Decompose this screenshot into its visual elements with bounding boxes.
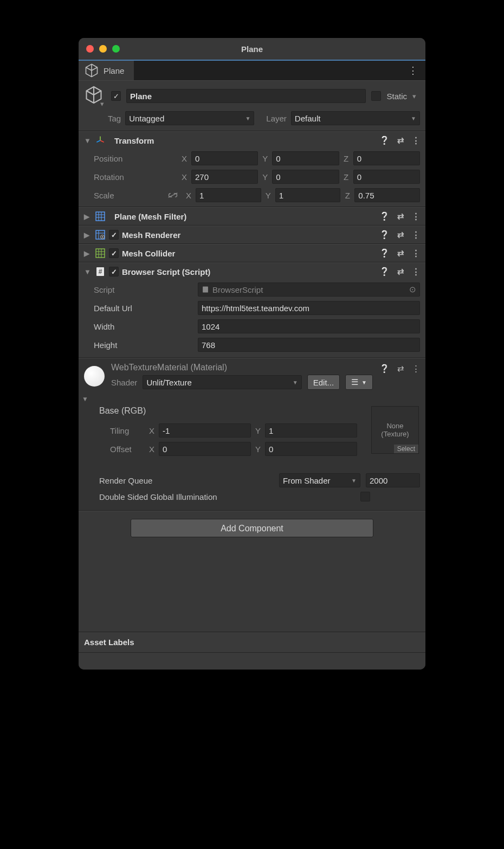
transform-component: ▼ Transform ❔ ⇄ ⋮ Position X Y Z Rotatio… [79,131,425,207]
material-preview[interactable] [84,366,105,387]
preset-icon[interactable]: ⇄ [397,230,404,240]
tab-inspector[interactable]: Plane [79,61,134,80]
tag-value: Untagged [129,114,164,123]
titlebar: Plane [79,38,425,60]
foldout-toggle[interactable]: ▶ [84,231,92,239]
static-label: Static [386,92,407,101]
tiling-label: Tiling [110,426,143,435]
renderqueue-dropdown[interactable]: From Shader▼ [279,473,360,487]
scale-x-input[interactable] [196,188,261,202]
preset-icon[interactable]: ⇄ [397,248,404,258]
script-field[interactable]: BrowserScript ⊙ [198,282,420,297]
rotation-x-input[interactable] [191,170,258,184]
foldout-toggle[interactable]: ▶ [84,249,92,258]
texture-slot[interactable]: None (Texture) Select [371,406,419,454]
menu-icon[interactable]: ⋮ [412,136,420,145]
shader-label: Shader [111,378,137,387]
shader-dropdown[interactable]: Unlit/Texture▼ [143,375,301,389]
menu-icon[interactable]: ⋮ [412,248,420,258]
component-title: Mesh Collider [122,249,175,258]
menu-icon[interactable]: ⋮ [412,230,420,240]
tab-menu-button[interactable]: ⋮ [400,65,425,76]
add-component-button[interactable]: Add Component [131,519,373,537]
foldout-toggle[interactable]: ▼ [84,268,92,276]
material-section: WebTextureMaterial (Material) Shader Unl… [79,358,425,511]
object-picker-icon[interactable]: ⊙ [409,285,416,294]
position-z-input[interactable] [353,151,420,165]
preset-icon[interactable]: ⇄ [397,267,404,276]
height-label: Height [84,340,192,350]
cube-icon [84,63,99,78]
browserscript-component: ▼ # Browser Script (Script) ❔ ⇄ ⋮ Script… [79,262,425,358]
position-x-input[interactable] [191,151,258,165]
tab-label: Plane [104,66,124,75]
component-title: Mesh Renderer [122,230,180,240]
svg-rect-9 [96,230,105,239]
enabled-checkbox[interactable] [109,230,119,240]
material-foldout[interactable]: ▼ [82,395,89,403]
active-checkbox[interactable] [111,91,121,101]
window-title: Plane [79,44,425,54]
shader-value: Unlit/Texture [146,378,191,387]
preset-icon[interactable]: ⇄ [397,211,404,221]
tag-label: Tag [108,114,121,123]
foldout-toggle[interactable]: ▶ [84,213,92,221]
gameobject-icon[interactable]: ▾ [84,85,106,107]
gameobject-name-input[interactable] [126,89,366,103]
component-title: Browser Script (Script) [122,267,210,276]
help-icon[interactable]: ❔ [379,136,390,145]
menu-icon[interactable]: ⋮ [412,211,420,221]
foldout-toggle[interactable]: ▼ [84,137,92,145]
tag-dropdown[interactable]: Untagged▼ [125,111,254,125]
rotation-z-input[interactable] [353,170,420,184]
position-y-input[interactable] [272,151,339,165]
texture-none-label: None [372,422,418,430]
offset-x-input[interactable] [159,442,251,456]
tab-bar: Plane ⋮ [79,60,425,80]
menu-icon[interactable]: ⋮ [412,267,420,276]
enabled-checkbox[interactable] [109,248,119,258]
asset-labels-section[interactable]: Asset Labels [79,632,425,652]
position-label: Position [84,154,176,163]
component-title: Plane (Mesh Filter) [114,212,186,221]
meshcollider-icon [95,248,106,259]
width-input[interactable] [198,319,420,333]
component-title: Transform [114,136,154,145]
tiling-y-input[interactable] [265,423,357,438]
scale-y-input[interactable] [275,188,341,202]
preset-icon[interactable]: ⇄ [397,364,404,374]
offset-y-input[interactable] [265,442,357,456]
svg-line-2 [96,140,100,142]
layer-dropdown[interactable]: Default▼ [291,111,420,125]
enabled-checkbox[interactable] [109,267,119,276]
scale-z-input[interactable] [354,188,420,202]
static-dropdown-arrow[interactable]: ▾ [412,92,420,100]
texture-select-button[interactable]: Select [394,445,418,453]
constrain-scale-icon[interactable] [167,191,180,199]
help-icon[interactable]: ❔ [379,248,390,258]
layer-label: Layer [266,114,287,123]
rotation-label: Rotation [84,172,176,182]
help-icon[interactable]: ❔ [379,211,390,221]
url-input[interactable] [198,301,420,315]
help-icon[interactable]: ❔ [379,267,390,276]
dsgi-checkbox[interactable] [360,492,370,501]
script-value: BrowserScript [212,285,263,294]
transform-icon [95,135,106,146]
renderqueue-input[interactable] [366,473,420,487]
base-label: Base (RGB) [99,406,363,416]
rotation-y-input[interactable] [272,170,339,184]
static-checkbox[interactable] [371,91,381,101]
edit-button[interactable]: Edit... [307,375,340,390]
queue-menu-button[interactable]: ☰ ▼ [345,375,373,390]
preset-icon[interactable]: ⇄ [397,136,404,145]
meshfilter-icon [95,211,106,222]
height-input[interactable] [198,338,420,352]
tiling-x-input[interactable] [159,423,251,438]
help-icon[interactable]: ❔ [379,364,390,374]
script-icon: # [95,266,106,277]
help-icon[interactable]: ❔ [379,230,390,240]
menu-icon[interactable]: ⋮ [412,364,420,374]
offset-label: Offset [110,445,143,454]
url-label: Default Url [84,304,192,313]
